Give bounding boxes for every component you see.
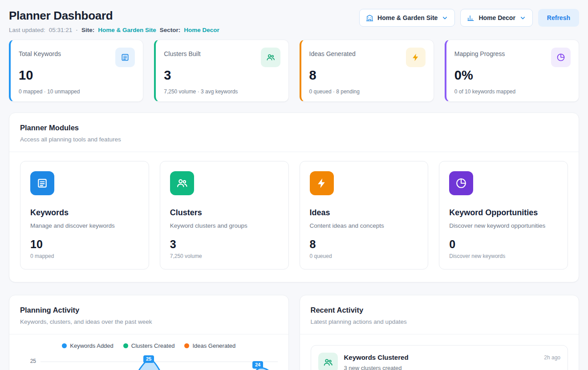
stat-card-clusters-built: Clusters Built 3 7,250 volume · 3 avg ke… xyxy=(154,40,288,102)
area-series-keywords xyxy=(41,353,278,370)
modules-header: Planner Modules Access all planning tool… xyxy=(9,113,579,152)
legend-dot-green xyxy=(123,343,128,348)
module-description: Content ideas and concepts xyxy=(310,222,418,229)
module-value: 0 xyxy=(449,238,558,251)
topbar-left: Planner Dashboard Last updated: 05:31:21… xyxy=(9,9,219,33)
module-value: 3 xyxy=(170,238,279,251)
activity-item: Keywords Clustered 3 new clusters create… xyxy=(311,345,568,370)
stat-label: Total Keywords xyxy=(19,48,61,57)
legend-ideas-generated: Ideas Generated xyxy=(184,342,235,349)
pie-chart-icon xyxy=(551,48,571,67)
module-card-ideas[interactable]: Ideas Content ideas and concepts 8 0 que… xyxy=(300,161,429,269)
recent-activity-body: Keywords Clustered 3 new clusters create… xyxy=(300,334,579,370)
users-icon xyxy=(318,353,338,370)
stat-label: Ideas Generated xyxy=(309,48,356,57)
planner-dashboard-page: Planner Dashboard Last updated: 05:31:21… xyxy=(0,0,588,370)
module-description: Keyword clusters and groups xyxy=(170,222,279,229)
document-icon xyxy=(30,171,54,195)
legend-label: Clusters Created xyxy=(131,342,175,349)
activity-item-description: 3 new clusters created xyxy=(344,365,538,370)
stat-card-ideas-generated: Ideas Generated 8 0 queued · 8 pending xyxy=(300,40,434,102)
activity-item-timestamp: 2h ago xyxy=(544,353,560,361)
last-updated-label: Last updated: xyxy=(9,27,45,33)
document-icon xyxy=(115,48,135,67)
y-axis-tick: 25 xyxy=(20,355,41,370)
page-title: Planner Dashboard xyxy=(9,9,219,23)
meta-separator: · xyxy=(76,27,78,33)
sector-selector-value: Home Decor xyxy=(479,14,515,21)
planning-activity-title: Planning Activity xyxy=(20,306,278,314)
bottom-row: Planning Activity Keywords, clusters, an… xyxy=(9,295,579,370)
activity-item-title: Keywords Clustered xyxy=(344,353,538,361)
stat-detail: 0 queued · 8 pending xyxy=(309,88,426,95)
legend-keywords-added: Keywords Added xyxy=(62,342,114,349)
chevron-down-icon xyxy=(442,15,448,21)
topbar: Planner Dashboard Last updated: 05:31:21… xyxy=(9,9,579,33)
module-description: Manage and discover keywords xyxy=(30,222,139,229)
building-icon xyxy=(366,14,373,22)
stat-value: 0% xyxy=(454,68,571,83)
activity-chart: 25 25 24 xyxy=(20,355,278,370)
users-icon xyxy=(170,171,194,195)
module-description: Discover new keyword opportunities xyxy=(449,222,558,229)
meta-row: Last updated: 05:31:21 · Site: Home & Ga… xyxy=(9,27,219,33)
recent-activity-title: Recent Activity xyxy=(311,306,568,314)
stat-value: 3 xyxy=(164,68,280,83)
module-detail: Discover new keywords xyxy=(449,253,558,259)
refresh-button[interactable]: Refresh xyxy=(538,9,579,27)
stat-detail: 0 mapped · 10 unmapped xyxy=(19,88,135,95)
module-value: 10 xyxy=(30,238,139,251)
module-detail: 0 queued xyxy=(310,253,418,259)
recent-activity-header: Recent Activity Latest planning actions … xyxy=(300,295,579,334)
module-title: Ideas xyxy=(310,208,418,217)
stat-card-mapping-progress: Mapping Progress 0% 0 of 10 keywords map… xyxy=(445,40,579,102)
stat-label: Clusters Built xyxy=(164,48,200,57)
legend-dot-orange xyxy=(184,343,189,348)
chevron-down-icon xyxy=(519,15,526,21)
module-title: Keywords xyxy=(30,208,139,217)
planning-activity-subtitle: Keywords, clusters, and ideas over the p… xyxy=(20,318,278,325)
data-label-24: 24 xyxy=(252,361,263,369)
activity-item-content: Keywords Clustered 3 new clusters create… xyxy=(344,353,538,370)
bolt-icon xyxy=(310,171,334,195)
sector-link[interactable]: Home Decor xyxy=(184,27,219,33)
last-updated-value: 05:31:21 xyxy=(49,27,73,33)
planner-modules-section: Planner Modules Access all planning tool… xyxy=(9,113,579,282)
legend-label: Keywords Added xyxy=(70,342,114,349)
bolt-icon xyxy=(406,48,426,67)
stat-detail: 7,250 volume · 3 avg keywords xyxy=(164,88,280,95)
data-label-25: 25 xyxy=(143,355,154,363)
stat-card-total-keywords: Total Keywords 10 0 mapped · 10 unmapped xyxy=(9,40,143,102)
module-title: Clusters xyxy=(170,208,279,217)
pie-chart-icon xyxy=(449,171,473,195)
planning-activity-header: Planning Activity Keywords, clusters, an… xyxy=(9,295,288,334)
recent-activity-card: Recent Activity Latest planning actions … xyxy=(300,295,580,370)
module-detail: 0 mapped xyxy=(30,253,139,259)
sector-label: Sector: xyxy=(160,27,181,33)
legend-label: Ideas Generated xyxy=(192,342,235,349)
legend-clusters-created: Clusters Created xyxy=(123,342,175,349)
topbar-controls: Home & Garden Site Home Decor Refresh xyxy=(359,9,579,27)
modules-grid: Keywords Manage and discover keywords 10… xyxy=(9,152,579,282)
chart-legend: Keywords Added Clusters Created Ideas Ge… xyxy=(20,342,278,349)
module-card-clusters[interactable]: Clusters Keyword clusters and groups 3 7… xyxy=(160,161,289,269)
chart-plot-area: 25 24 xyxy=(41,355,278,370)
module-detail: 7,250 volume xyxy=(170,253,279,259)
stats-row: Total Keywords 10 0 mapped · 10 unmapped… xyxy=(9,40,579,102)
planning-activity-body: Keywords Added Clusters Created Ideas Ge… xyxy=(9,334,288,370)
module-card-keyword-opportunities[interactable]: Keyword Opportunities Discover new keywo… xyxy=(439,161,568,269)
stat-value: 8 xyxy=(309,68,426,83)
module-value: 8 xyxy=(310,238,418,251)
site-label: Site: xyxy=(81,27,94,33)
site-selector-dropdown[interactable]: Home & Garden Site xyxy=(359,9,455,27)
site-selector-value: Home & Garden Site xyxy=(377,14,438,21)
site-link[interactable]: Home & Garden Site xyxy=(98,27,156,33)
module-title: Keyword Opportunities xyxy=(449,208,558,217)
sector-selector-dropdown[interactable]: Home Decor xyxy=(460,9,532,27)
stat-detail: 0 of 10 keywords mapped xyxy=(454,88,571,95)
stat-value: 10 xyxy=(19,68,135,83)
stat-label: Mapping Progress xyxy=(454,48,505,57)
users-icon xyxy=(261,48,280,67)
modules-subtitle: Access all planning tools and features xyxy=(20,136,568,143)
module-card-keywords[interactable]: Keywords Manage and discover keywords 10… xyxy=(20,161,149,269)
